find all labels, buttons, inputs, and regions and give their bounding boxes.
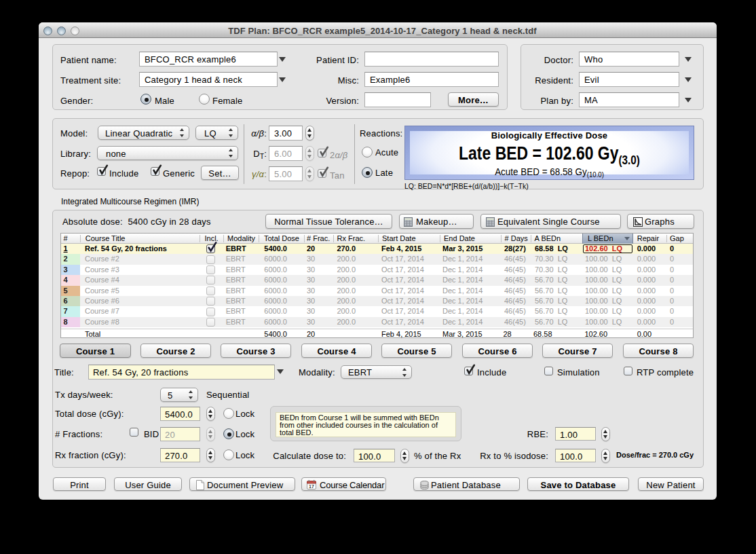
svg-text:17: 17 xyxy=(309,484,314,489)
